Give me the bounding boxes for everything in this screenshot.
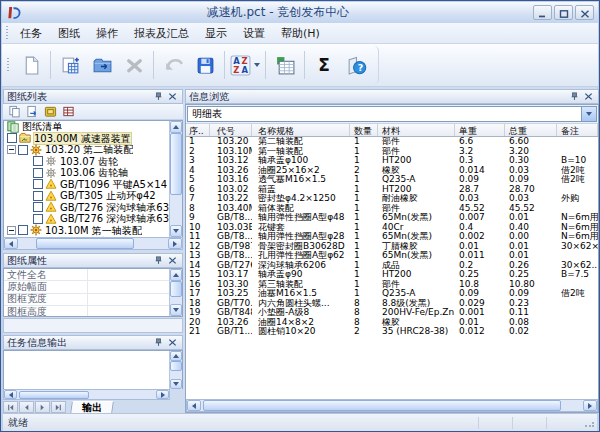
sort-button[interactable]: AZZA (228, 48, 262, 82)
tab-nav-button[interactable] (3, 401, 18, 413)
add-folder-button[interactable] (86, 48, 118, 82)
tree-checkbox[interactable] (33, 156, 43, 166)
delete-button[interactable] (118, 48, 150, 82)
tab-nav-button[interactable] (19, 401, 34, 413)
table-row[interactable]: 17 103.25 油塞M16×1.5 1 Q235-A 0.09 0.09 借… (186, 289, 598, 299)
table-row[interactable]: 14 GB/T276 深沟球轴承6206 1 成品 0.2 0.26 30×62… (186, 261, 598, 271)
tree-checkbox[interactable] (33, 191, 43, 201)
scroll-up-button[interactable] (170, 269, 182, 281)
tree-item[interactable]: GB/T1096 平键A5×14 (4, 179, 169, 191)
tree-item[interactable]: 103.07 齿轮 (4, 156, 169, 168)
mini-toolbar-button[interactable] (59, 104, 77, 119)
excel-export-button[interactable] (269, 48, 301, 82)
tree-vertical-scrollbar[interactable] (169, 121, 182, 237)
expander-icon[interactable] (7, 145, 16, 154)
add-drawing-button[interactable] (54, 48, 86, 82)
table-row[interactable]: 7 103.22 密封垫φ4.2×1250 1 耐油橡胶 0.03 0.03 外… (186, 194, 598, 204)
scroll-down-button[interactable] (170, 304, 182, 316)
tab-nav-button[interactable] (51, 401, 66, 413)
table-row[interactable]: 8 103.40M 箱体装配 1 部件 45.52 45.52 (186, 204, 598, 214)
scrollbar-thumb[interactable] (203, 400, 561, 411)
tree-item[interactable]: GB/T305 止动环φ42 (4, 190, 169, 202)
mini-toolbar-button[interactable] (5, 104, 23, 119)
scrollbar-thumb[interactable] (170, 133, 182, 195)
scroll-left-button[interactable] (187, 400, 201, 411)
menu-item[interactable]: 报表及汇总 (126, 24, 197, 43)
column-header[interactable]: 材料 (378, 124, 455, 136)
panel-header-button[interactable] (166, 337, 179, 349)
scroll-right-button[interactable] (583, 400, 597, 411)
menu-item[interactable]: 设置 (235, 24, 273, 43)
table-row[interactable]: 15 103.17 轴承盖φ90 1 HT200 0.25 0.25 B=7.5 (186, 270, 598, 280)
table-horizontal-scrollbar[interactable] (186, 399, 598, 412)
tree-item[interactable]: 103.20 第二轴装配 (4, 144, 169, 156)
scroll-left-button[interactable] (4, 390, 17, 399)
menu-item[interactable]: 图纸 (50, 24, 88, 43)
tree-item[interactable]: 103.06 齿轮轴 (4, 167, 169, 179)
summarize-button[interactable]: Σ (308, 48, 340, 82)
new-task-button[interactable] (15, 48, 47, 82)
tree-item[interactable]: 图纸清单 (4, 121, 169, 133)
column-header[interactable]: 备注 (557, 124, 598, 136)
column-header[interactable]: 名称规格 (252, 124, 350, 136)
scroll-up-button[interactable] (170, 351, 182, 361)
table-row[interactable]: 10 103.03B 花键套 1 40Cr 0.4 0.40 N=6m用 (186, 223, 598, 233)
scroll-down-button[interactable] (170, 225, 182, 237)
tree-item[interactable]: GB/T276 深沟球轴承6302N (4, 202, 169, 214)
properties-vertical-scrollbar[interactable] (169, 269, 182, 316)
expander-icon[interactable] (7, 226, 16, 235)
table-row[interactable]: 5 103.16 透气塞M16×1.5 1 Q235-A 0.09 0.09 借… (186, 175, 598, 185)
table-row[interactable]: 1 103.20 第二轴装配 1 部件 6.6 6.60 (186, 137, 598, 147)
output-horizontal-scrollbar[interactable] (3, 389, 170, 400)
window-button[interactable] (575, 5, 594, 20)
mini-toolbar-button[interactable] (41, 104, 59, 119)
menu-item[interactable]: 操作 (88, 24, 126, 43)
panel-header-button[interactable] (582, 91, 595, 103)
tree-checkbox[interactable] (7, 133, 17, 143)
menu-item[interactable]: 任务 (12, 24, 50, 43)
tree-checkbox[interactable] (18, 145, 28, 155)
task-output-log[interactable] (3, 350, 183, 389)
tree-checkbox[interactable] (18, 225, 28, 235)
table-row[interactable]: 4 103.26 油圈25×16×2 2 橡胶 0.014 0.03 借2吨 (186, 166, 598, 176)
table-row[interactable]: 13 GB/T8... 孔用弹性挡圈A型φ62 1 65Mn(发黑) 0.011… (186, 251, 598, 261)
column-header[interactable]: 数量 (350, 124, 378, 136)
tree-checkbox[interactable] (33, 168, 43, 178)
save-button[interactable] (189, 48, 221, 82)
table-row[interactable]: 11 GB/T8... 轴用弹性挡圈A型φ28 1 65Mn(发黑) 0.002… (186, 232, 598, 242)
table-row[interactable]: 3 103.12 轴承盖φ100 1 HT200 0.3 0.30 B=10 (186, 156, 598, 166)
tree-checkbox[interactable] (33, 179, 43, 189)
column-header[interactable]: 代号 (210, 124, 252, 136)
scroll-up-button[interactable] (170, 121, 182, 133)
column-header[interactable]: 总重 (505, 124, 557, 136)
toolbar-grip[interactable] (6, 26, 8, 40)
revert-button[interactable] (157, 48, 189, 82)
mini-toolbar-button[interactable] (23, 104, 41, 119)
column-header[interactable]: 序.. (186, 124, 210, 136)
tree-checkbox[interactable] (33, 214, 43, 224)
output-vertical-scrollbar[interactable] (169, 351, 182, 389)
tree-checkbox[interactable] (33, 202, 43, 212)
scroll-left-button[interactable] (4, 238, 18, 249)
tab-nav-button[interactable] (35, 401, 50, 413)
panel-header-button[interactable] (152, 91, 165, 103)
table-row[interactable]: 12 GB/T9877 骨架密封圈B30628D 1 丁腈橡胶 0.01 0.0… (186, 242, 598, 252)
menu-item[interactable]: 显示 (197, 24, 235, 43)
dropdown-caret[interactable] (254, 63, 260, 67)
table-row[interactable]: 9 GB/T8... 轴用弹性挡圈A型φ48 1 65Mn(发黑) 0.007 … (186, 213, 598, 223)
scrollbar-thumb[interactable] (19, 391, 89, 399)
panel-header-button[interactable] (166, 91, 179, 103)
property-row[interactable]: 图框高度 (4, 306, 169, 317)
tree-item[interactable]: GB/T276 深沟球轴承6302 (4, 213, 169, 225)
table-row[interactable]: 21 GB/T1... 圆柱销10×20 2 35 (HRC28-38) 0.0… (186, 327, 598, 337)
view-selector[interactable]: 明细表 (187, 106, 597, 122)
scroll-down-button[interactable] (170, 379, 182, 389)
scrollbar-thumb[interactable] (170, 361, 182, 371)
panel-header-button[interactable] (166, 255, 179, 267)
window-button[interactable] (533, 5, 552, 20)
combo-dropdown-button[interactable] (581, 107, 596, 121)
scroll-right-button[interactable] (168, 238, 182, 249)
resize-grip[interactable] (583, 416, 596, 429)
column-header[interactable]: 单重 (455, 124, 505, 136)
table-row[interactable]: 20 103.26 油圈14×8×2 8 橡胶 0.01 0.08 (186, 318, 598, 328)
